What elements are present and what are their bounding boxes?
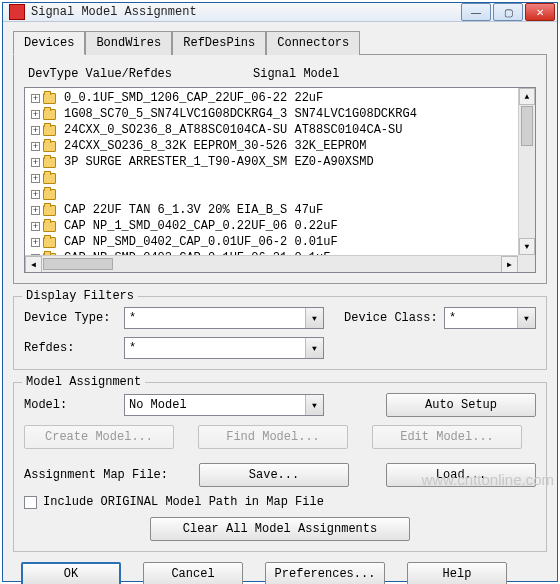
model-label: Model: [24,398,124,412]
folder-icon [43,205,56,216]
help-button[interactable]: Help [407,562,507,584]
folder-icon [43,173,56,184]
device-class-value: * [449,311,456,325]
tree-item[interactable]: +0_0.1UF_SMD_1206_CAP_22UF_06-22 22uF [27,90,535,106]
expand-icon[interactable]: + [31,238,40,247]
folder-icon [43,237,56,248]
tree-item-label: 24CXX_0_SO236_8_AT88SC0104CA-SU AT88SC01… [64,123,402,137]
tree-item-label: 24CXX_SO236_8_32K EEPROM_30-526 32K_EEPR… [64,139,366,153]
expand-icon[interactable]: + [31,142,40,151]
tab-refdespins[interactable]: RefDesPins [172,31,266,55]
folder-icon [43,141,56,152]
refdes-value: * [129,341,136,355]
load-map-button[interactable]: Load... [386,463,536,487]
tree-item-label: 3P SURGE ARRESTER_1_T90-A90X_SM EZ0-A90X… [64,155,374,169]
expand-icon[interactable]: + [31,190,40,199]
tree-item[interactable]: +24CXX_0_SO236_8_AT88SC0104CA-SU AT88SC0… [27,122,535,138]
app-icon [9,4,25,20]
tree-item[interactable]: + [27,170,535,186]
model-value: No Model [129,398,187,412]
column-header-signalmodel: Signal Model [253,67,536,81]
ok-button[interactable]: OK [21,562,121,584]
tab-devices[interactable]: Devices [13,31,85,55]
tree-item[interactable]: +1G08_SC70_5_SN74LVC1G08DCKRG4_3 SN74LVC… [27,106,535,122]
signal-model-assignment-dialog: Signal Model Assignment — ▢ ✕ Devices Bo… [2,2,558,582]
expand-icon[interactable]: + [31,174,40,183]
refdes-label: Refdes: [24,341,124,355]
tab-panel-devices: DevType Value/Refdes Signal Model +0_0.1… [13,54,547,284]
tree-item[interactable]: +CAP NP_1_SMD_0402_CAP_0.22UF_06 0.22uF [27,218,535,234]
expand-icon[interactable]: + [31,126,40,135]
expand-icon[interactable]: + [31,110,40,119]
tree-item[interactable]: +3P SURGE ARRESTER_1_T90-A90X_SM EZ0-A90… [27,154,535,170]
display-filters-legend: Display Filters [22,289,138,303]
chevron-down-icon[interactable]: ▼ [305,338,323,358]
scroll-up-icon[interactable]: ▲ [519,88,535,105]
expand-icon[interactable]: + [31,94,40,103]
display-filters-group: Display Filters Device Type: * ▼ Device … [13,296,547,370]
chevron-down-icon[interactable]: ▼ [517,308,535,328]
close-button[interactable]: ✕ [525,3,555,21]
device-type-label: Device Type: [24,311,124,325]
tree-item-label: CAP NP_1_SMD_0402_CAP_0.22UF_06 0.22uF [64,219,338,233]
chevron-down-icon[interactable]: ▼ [305,395,323,415]
maximize-button[interactable]: ▢ [493,3,523,21]
scroll-down-icon[interactable]: ▼ [519,238,535,255]
scroll-thumb-horizontal[interactable] [43,258,113,270]
horizontal-scrollbar[interactable]: ◀ ▶ [25,255,518,272]
map-file-label: Assignment Map File: [24,468,199,482]
chevron-down-icon[interactable]: ▼ [305,308,323,328]
include-original-checkbox[interactable] [24,496,37,509]
titlebar[interactable]: Signal Model Assignment — ▢ ✕ [3,3,557,22]
scroll-thumb-vertical[interactable] [521,106,533,146]
tab-connectors[interactable]: Connectors [266,31,360,55]
model-combo[interactable]: No Model ▼ [124,394,324,416]
tree-item[interactable]: + [27,186,535,202]
model-assignment-legend: Model Assignment [22,375,145,389]
tree-item-label: 1G08_SC70_5_SN74LVC1G08DCKRG4_3 SN74LVC1… [64,107,417,121]
expand-icon[interactable]: + [31,158,40,167]
tab-strip: Devices BondWires RefDesPins Connectors [13,31,547,55]
column-header-devtype: DevType Value/Refdes [28,67,253,81]
tree-item-label: CAP 22UF TAN 6_1.3V 20% EIA_B_S 47uF [64,203,323,217]
create-model-button[interactable]: Create Model... [24,425,174,449]
find-model-button[interactable]: Find Model... [198,425,348,449]
tree-item-label: CAP NP_SMD_0402_CAP_0.01UF_06-2 0.01uF [64,235,338,249]
device-class-label: Device Class: [344,311,444,325]
folder-icon [43,125,56,136]
folder-icon [43,157,56,168]
device-class-combo[interactable]: * ▼ [444,307,536,329]
edit-model-button[interactable]: Edit Model... [372,425,522,449]
dialog-footer: OK Cancel Preferences... Help [13,552,547,584]
minimize-button[interactable]: — [461,3,491,21]
tree-item[interactable]: +CAP 22UF TAN 6_1.3V 20% EIA_B_S 47uF [27,202,535,218]
tab-bondwires[interactable]: BondWires [85,31,172,55]
tree-item[interactable]: +CAP NP_SMD_0402_CAP_0.01UF_06-2 0.01uF [27,234,535,250]
folder-icon [43,109,56,120]
refdes-combo[interactable]: * ▼ [124,337,324,359]
preferences-button[interactable]: Preferences... [265,562,385,584]
folder-icon [43,189,56,200]
folder-icon [43,93,56,104]
expand-icon[interactable]: + [31,222,40,231]
scroll-right-icon[interactable]: ▶ [501,256,518,273]
model-assignment-group: Model Assignment Model: No Model ▼ Auto … [13,382,547,552]
auto-setup-button[interactable]: Auto Setup [386,393,536,417]
device-type-value: * [129,311,136,325]
vertical-scrollbar[interactable]: ▲ ▼ [518,88,535,255]
scroll-left-icon[interactable]: ◀ [25,256,42,273]
tree-item[interactable]: +24CXX_SO236_8_32K EEPROM_30-526 32K_EEP… [27,138,535,154]
expand-icon[interactable]: + [31,206,40,215]
cancel-button[interactable]: Cancel [143,562,243,584]
folder-icon [43,221,56,232]
device-type-combo[interactable]: * ▼ [124,307,324,329]
scroll-corner [518,255,535,272]
save-map-button[interactable]: Save... [199,463,349,487]
clear-assignments-button[interactable]: Clear All Model Assignments [150,517,410,541]
tree-item-label: 0_0.1UF_SMD_1206_CAP_22UF_06-22 22uF [64,91,323,105]
device-tree[interactable]: +0_0.1UF_SMD_1206_CAP_22UF_06-22 22uF+1G… [24,87,536,273]
include-original-label: Include ORIGINAL Model Path in Map File [43,495,324,509]
window-title: Signal Model Assignment [31,5,461,19]
